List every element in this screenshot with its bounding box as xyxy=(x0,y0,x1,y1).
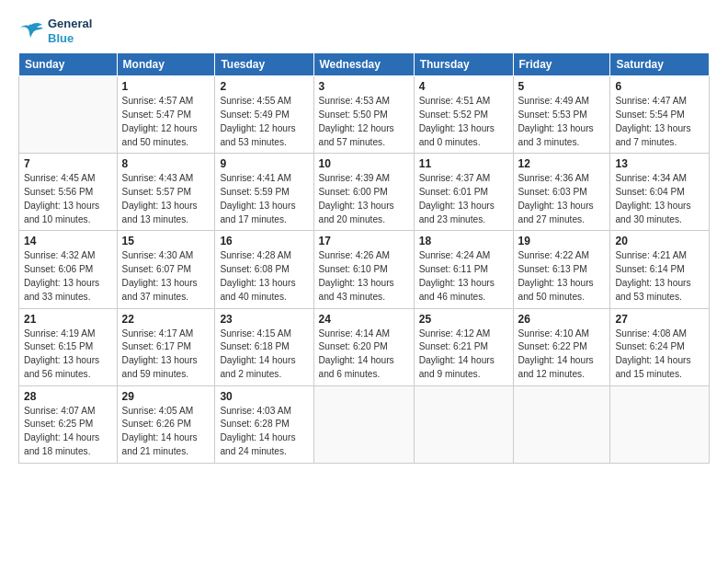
day-number: 9 xyxy=(220,157,308,170)
calendar-cell xyxy=(414,385,513,463)
day-number: 15 xyxy=(122,235,210,247)
logo-text: General Blue xyxy=(48,17,92,45)
calendar-table: SundayMondayTuesdayWednesdayThursdayFrid… xyxy=(18,52,710,464)
day-info: Sunrise: 4:39 AM Sunset: 6:00 PM Dayligh… xyxy=(319,172,409,226)
calendar-week-row: 28Sunrise: 4:07 AM Sunset: 6:25 PM Dayli… xyxy=(19,385,710,463)
day-info: Sunrise: 4:12 AM Sunset: 6:21 PM Dayligh… xyxy=(419,327,508,382)
day-number: 18 xyxy=(419,235,508,247)
day-info: Sunrise: 4:08 AM Sunset: 6:24 PM Dayligh… xyxy=(615,327,704,382)
day-number: 26 xyxy=(518,313,606,326)
calendar-cell: 10Sunrise: 4:39 AM Sunset: 6:00 PM Dayli… xyxy=(313,154,414,231)
day-number: 22 xyxy=(122,313,210,326)
calendar-cell: 6Sunrise: 4:47 AM Sunset: 5:54 PM Daylig… xyxy=(610,76,710,154)
calendar-cell: 2Sunrise: 4:55 AM Sunset: 5:49 PM Daylig… xyxy=(215,76,313,154)
day-info: Sunrise: 4:24 AM Sunset: 6:11 PM Dayligh… xyxy=(419,249,508,304)
day-number: 4 xyxy=(419,80,508,93)
calendar-page: General Blue SundayMondayTuesdayWednesda… xyxy=(0,0,728,563)
calendar-cell: 24Sunrise: 4:14 AM Sunset: 6:20 PM Dayli… xyxy=(313,308,414,385)
day-number: 30 xyxy=(220,390,308,403)
day-number: 7 xyxy=(24,157,112,170)
day-info: Sunrise: 4:05 AM Sunset: 6:26 PM Dayligh… xyxy=(122,405,210,459)
day-number: 12 xyxy=(518,157,606,170)
day-info: Sunrise: 4:41 AM Sunset: 5:59 PM Dayligh… xyxy=(220,172,308,226)
logo: General Blue xyxy=(18,17,92,45)
calendar-cell: 29Sunrise: 4:05 AM Sunset: 6:26 PM Dayli… xyxy=(117,385,215,463)
day-info: Sunrise: 4:26 AM Sunset: 6:10 PM Dayligh… xyxy=(319,249,409,304)
page-header: General Blue xyxy=(18,17,710,45)
weekday-header-row: SundayMondayTuesdayWednesdayThursdayFrid… xyxy=(19,53,710,76)
weekday-header-tuesday: Tuesday xyxy=(215,53,313,76)
weekday-header-sunday: Sunday xyxy=(19,53,118,76)
day-number: 2 xyxy=(220,80,308,93)
day-info: Sunrise: 4:34 AM Sunset: 6:04 PM Dayligh… xyxy=(615,172,704,226)
day-number: 3 xyxy=(319,80,409,93)
calendar-cell xyxy=(513,385,610,463)
calendar-cell: 14Sunrise: 4:32 AM Sunset: 6:06 PM Dayli… xyxy=(19,231,118,308)
day-info: Sunrise: 4:43 AM Sunset: 5:57 PM Dayligh… xyxy=(122,172,210,226)
calendar-cell: 1Sunrise: 4:57 AM Sunset: 5:47 PM Daylig… xyxy=(117,76,215,154)
calendar-cell: 22Sunrise: 4:17 AM Sunset: 6:17 PM Dayli… xyxy=(117,308,215,385)
weekday-header-friday: Friday xyxy=(513,53,610,76)
calendar-cell: 28Sunrise: 4:07 AM Sunset: 6:25 PM Dayli… xyxy=(19,385,118,463)
day-info: Sunrise: 4:36 AM Sunset: 6:03 PM Dayligh… xyxy=(518,172,606,226)
day-number: 6 xyxy=(615,80,704,93)
day-info: Sunrise: 4:03 AM Sunset: 6:28 PM Dayligh… xyxy=(220,405,308,459)
calendar-cell xyxy=(19,76,118,154)
weekday-header-saturday: Saturday xyxy=(610,53,710,76)
day-number: 16 xyxy=(220,235,308,247)
day-info: Sunrise: 4:32 AM Sunset: 6:06 PM Dayligh… xyxy=(24,249,112,304)
day-number: 23 xyxy=(220,313,308,326)
day-info: Sunrise: 4:55 AM Sunset: 5:49 PM Dayligh… xyxy=(220,95,308,149)
calendar-week-row: 21Sunrise: 4:19 AM Sunset: 6:15 PM Dayli… xyxy=(19,308,710,385)
day-info: Sunrise: 4:19 AM Sunset: 6:15 PM Dayligh… xyxy=(24,327,112,382)
day-info: Sunrise: 4:28 AM Sunset: 6:08 PM Dayligh… xyxy=(220,249,308,304)
day-number: 20 xyxy=(615,235,704,247)
day-number: 24 xyxy=(319,313,409,326)
day-number: 13 xyxy=(615,157,704,170)
day-info: Sunrise: 4:22 AM Sunset: 6:13 PM Dayligh… xyxy=(518,249,606,304)
day-info: Sunrise: 4:37 AM Sunset: 6:01 PM Dayligh… xyxy=(419,172,508,226)
day-number: 11 xyxy=(419,157,508,170)
day-info: Sunrise: 4:49 AM Sunset: 5:53 PM Dayligh… xyxy=(518,95,606,149)
calendar-cell: 27Sunrise: 4:08 AM Sunset: 6:24 PM Dayli… xyxy=(610,308,710,385)
calendar-cell: 18Sunrise: 4:24 AM Sunset: 6:11 PM Dayli… xyxy=(414,231,513,308)
day-number: 10 xyxy=(319,157,409,170)
calendar-cell: 13Sunrise: 4:34 AM Sunset: 6:04 PM Dayli… xyxy=(610,154,710,231)
calendar-cell: 15Sunrise: 4:30 AM Sunset: 6:07 PM Dayli… xyxy=(117,231,215,308)
calendar-cell: 12Sunrise: 4:36 AM Sunset: 6:03 PM Dayli… xyxy=(513,154,610,231)
weekday-header-wednesday: Wednesday xyxy=(313,53,414,76)
calendar-cell: 23Sunrise: 4:15 AM Sunset: 6:18 PM Dayli… xyxy=(215,308,313,385)
calendar-cell: 7Sunrise: 4:45 AM Sunset: 5:56 PM Daylig… xyxy=(19,154,118,231)
day-number: 25 xyxy=(419,313,508,326)
day-info: Sunrise: 4:07 AM Sunset: 6:25 PM Dayligh… xyxy=(24,405,112,459)
day-info: Sunrise: 4:45 AM Sunset: 5:56 PM Dayligh… xyxy=(24,172,112,226)
calendar-week-row: 14Sunrise: 4:32 AM Sunset: 6:06 PM Dayli… xyxy=(19,231,710,308)
day-number: 29 xyxy=(122,390,210,403)
calendar-cell: 26Sunrise: 4:10 AM Sunset: 6:22 PM Dayli… xyxy=(513,308,610,385)
calendar-cell: 5Sunrise: 4:49 AM Sunset: 5:53 PM Daylig… xyxy=(513,76,610,154)
calendar-cell: 11Sunrise: 4:37 AM Sunset: 6:01 PM Dayli… xyxy=(414,154,513,231)
day-info: Sunrise: 4:21 AM Sunset: 6:14 PM Dayligh… xyxy=(615,249,704,304)
calendar-cell: 9Sunrise: 4:41 AM Sunset: 5:59 PM Daylig… xyxy=(215,154,313,231)
calendar-cell: 19Sunrise: 4:22 AM Sunset: 6:13 PM Dayli… xyxy=(513,231,610,308)
day-info: Sunrise: 4:57 AM Sunset: 5:47 PM Dayligh… xyxy=(122,95,210,149)
day-number: 8 xyxy=(122,157,210,170)
calendar-cell: 4Sunrise: 4:51 AM Sunset: 5:52 PM Daylig… xyxy=(414,76,513,154)
day-info: Sunrise: 4:10 AM Sunset: 6:22 PM Dayligh… xyxy=(518,327,606,382)
day-number: 17 xyxy=(319,235,409,247)
calendar-cell: 3Sunrise: 4:53 AM Sunset: 5:50 PM Daylig… xyxy=(313,76,414,154)
logo-icon xyxy=(18,21,44,41)
day-number: 19 xyxy=(518,235,606,247)
day-info: Sunrise: 4:30 AM Sunset: 6:07 PM Dayligh… xyxy=(122,249,210,304)
weekday-header-monday: Monday xyxy=(117,53,215,76)
calendar-cell: 8Sunrise: 4:43 AM Sunset: 5:57 PM Daylig… xyxy=(117,154,215,231)
calendar-cell xyxy=(313,385,414,463)
calendar-cell: 20Sunrise: 4:21 AM Sunset: 6:14 PM Dayli… xyxy=(610,231,710,308)
day-number: 1 xyxy=(122,80,210,93)
day-number: 5 xyxy=(518,80,606,93)
day-info: Sunrise: 4:15 AM Sunset: 6:18 PM Dayligh… xyxy=(220,327,308,382)
day-number: 21 xyxy=(24,313,112,326)
day-info: Sunrise: 4:14 AM Sunset: 6:20 PM Dayligh… xyxy=(319,327,409,382)
calendar-cell: 21Sunrise: 4:19 AM Sunset: 6:15 PM Dayli… xyxy=(19,308,118,385)
weekday-header-thursday: Thursday xyxy=(414,53,513,76)
